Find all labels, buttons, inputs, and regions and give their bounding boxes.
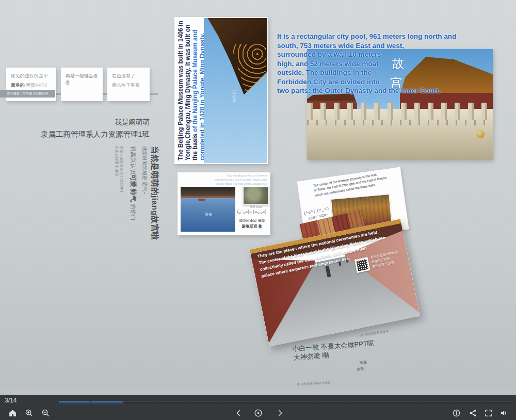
shore-silhouette: [181, 187, 235, 197]
inner-court-card[interactable]: They are the places where the national c…: [250, 219, 420, 347]
moat-line: two parts: the Outer Dynasty and the Inn…: [277, 86, 499, 95]
volume-button[interactable]: [498, 408, 509, 418]
progress-segment[interactable]: [482, 401, 514, 403]
progress-segment[interactable]: [352, 401, 383, 403]
progress-segment[interactable]: [450, 401, 481, 403]
share-button[interactable]: [467, 408, 478, 418]
mengmeng-tiny-note: 希望大家能喜欢这个网页PPT 多多支持哦 谢谢啦: [115, 146, 124, 244]
tiny-note-right: ，准备 改变。: [356, 359, 368, 373]
marble-balustrade: [307, 109, 493, 160]
moat-line: Forbidden City are divided into: [277, 77, 499, 87]
moat-line: surrounded by a wall 10 meters: [277, 50, 499, 59]
palace-eave-photo[interactable]: 故宫印: [204, 18, 267, 163]
moat-line: high, and 52 meters wide moat: [277, 59, 499, 69]
fullscreen-icon: [484, 409, 493, 417]
progress-segment[interactable]: [319, 401, 351, 403]
cat-emoticons: (=^.^=) ~(=^..^): [234, 209, 269, 215]
info-button[interactable]: [451, 408, 461, 418]
hanzi-gong: 宫: [390, 77, 404, 89]
history-text: The Beijing Palace Museum was built in 1…: [174, 17, 204, 164]
progress-segment[interactable]: [156, 401, 188, 403]
flipped-caption: The corner tower and the moat reflect ea…: [182, 174, 267, 186]
progress-segment[interactable]: [189, 401, 221, 403]
progress-segment[interactable]: [124, 401, 155, 403]
intro-card-3-line2: 那么往下看看: [112, 82, 146, 89]
moat-line: south, 753 meters wide East and west,: [277, 41, 499, 51]
gugong-calligraphy: 故 宫: [392, 58, 404, 96]
play-circle-icon: [254, 409, 263, 417]
author-name: 我是阚萌萌: [28, 118, 150, 127]
zoom-out-button[interactable]: [40, 408, 51, 418]
mengmeng-greeting: 很高兴认识可爱 帅气 的你们: [128, 146, 137, 244]
mengmeng-text-block: 当然是萌萌的jiang故宫啦 感觉叫紫禁城更 霸气~ 很高兴认识可爱 帅气 的你…: [111, 146, 160, 244]
previous-button[interactable]: [233, 408, 244, 418]
moat-reflection-photo[interactable]: 角楼: [181, 187, 235, 232]
progress-segment[interactable]: [254, 401, 286, 403]
photo-signature: 故宫印: [231, 90, 237, 103]
progress-bar[interactable]: [59, 401, 515, 403]
home-button[interactable]: [7, 408, 18, 418]
tiny-note-top: 3/3-不过没关系 慢慢学: [360, 330, 389, 338]
photo-watermark: 角楼: [205, 212, 212, 217]
stamp-caption: 2019·角楼: [243, 205, 269, 208]
mengmeng-title: 当然是萌萌的jiang故宫啦: [149, 146, 160, 244]
progress-segment[interactable]: [384, 401, 416, 403]
chevron-left-icon: [234, 409, 243, 417]
three-halls-caption: The center of the Foreign Dynasty is the…: [313, 168, 400, 198]
next-button[interactable]: [275, 408, 285, 418]
author-intro: 我是阚萌萌 隶属工商管理系人力资源管理1班: [28, 118, 150, 139]
zoom-out-icon: [41, 409, 50, 417]
presentation-stage[interactable]: 你见的这仅仅是个 简单的 网页PPT? 按下键盘→方向键 试试翻页哟 再敲一敲键…: [0, 0, 516, 420]
progress-segment[interactable]: [91, 401, 123, 403]
intro-card-2-line1: 再敲一敲键盘看看: [66, 73, 99, 86]
progress-segment[interactable]: [222, 401, 253, 403]
tiny-note-bottom: 嗯~这样看来 好像还不错呢: [297, 381, 331, 386]
intro-card-1-line2: 简单的 网页PPT?: [11, 82, 53, 89]
qr-stamp: [354, 257, 370, 273]
closing-line-1: 小白一枚 不是太会做PPT呢: [292, 338, 375, 353]
golden-finial: [477, 131, 485, 138]
moat-line: outside. The buildings in the: [277, 68, 499, 77]
intro-card-1-line1: 你见的这仅仅是个: [11, 73, 53, 79]
flipped-collage-card[interactable]: The corner tower and the moat reflect ea…: [178, 172, 270, 235]
moat-line: It is a rectangular city pool, 961 meter…: [277, 32, 499, 41]
author-class: 隶属工商管理系人力资源管理1班: [28, 130, 150, 139]
progress-segment[interactable]: [287, 401, 318, 403]
autoplay-button[interactable]: [253, 408, 263, 418]
intro-card-3[interactable]: 右边没有了 那么往下看看: [107, 68, 150, 101]
info-icon: [452, 409, 461, 417]
intro-ribbon: 按下键盘→方向键 试试翻页哟: [0, 90, 55, 98]
progress-segment[interactable]: [59, 401, 90, 403]
hanzi-gu: 故: [392, 58, 404, 70]
chevron-right-icon: [276, 409, 284, 417]
moat-description: It is a rectangular city pool, 961 meter…: [277, 32, 499, 95]
closing-line-2: 大神勿喷 嘞: [293, 351, 329, 363]
boat-reflection: [198, 199, 205, 201]
page-indicator: 3/14: [5, 397, 17, 404]
share-icon: [469, 409, 477, 417]
volume-icon: [499, 409, 508, 417]
progress-segment[interactable]: [417, 401, 449, 403]
zoom-in-button[interactable]: [24, 408, 34, 418]
viewer-toolbar: 3/14: [0, 395, 516, 420]
zoom-in-icon: [25, 409, 34, 417]
photo-stamp: [243, 186, 269, 205]
home-icon: [8, 409, 17, 417]
history-card[interactable]: The Beijing Palace Museum was built in 1…: [174, 17, 268, 164]
flipped-chinese-caption: 看 故宫角楼 都是 历史的倒影: [235, 218, 268, 229]
mengmeng-subtitle: 感觉叫紫禁城更 霸气~: [141, 146, 148, 244]
fullscreen-button[interactable]: [483, 408, 493, 418]
intro-card-2[interactable]: 再敲一敲键盘看看: [61, 68, 103, 101]
intro-card-3-line1: 右边没有了: [112, 73, 146, 79]
